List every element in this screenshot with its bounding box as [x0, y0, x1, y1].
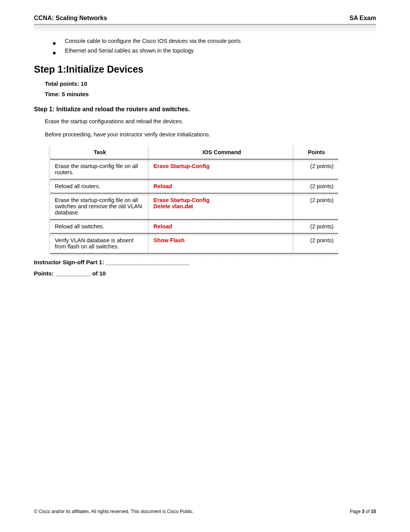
table-row: Verify VLAN database is absent from flas… — [50, 233, 338, 253]
td-command: Reload — [149, 179, 294, 193]
cell-edge-shadow — [48, 179, 50, 193]
th-points: Points — [294, 145, 338, 159]
task-text: Verify VLAN database is absent from flas… — [55, 237, 134, 250]
task-text: Reload all switches. — [55, 223, 104, 229]
command-text: Reload — [154, 223, 172, 229]
table-row: Erase the startup-config file on all swi… — [50, 193, 338, 219]
td-task: Erase the startup-config file on all swi… — [50, 193, 149, 219]
th-points-label: Points — [308, 149, 325, 155]
td-points: (2 points) — [294, 179, 338, 193]
td-task: Erase the startup-config file on all rou… — [50, 159, 149, 179]
td-points: (2 points) — [294, 193, 338, 219]
cell-edge-shadow — [48, 145, 50, 159]
command-text: Erase Startup-Config — [154, 163, 210, 169]
bullet-list: Console cable to configure the Cisco IOS… — [34, 36, 376, 55]
points-text: (2 points) — [310, 163, 334, 169]
command-text-2: Delete vlan.dat — [154, 203, 290, 209]
step-meta: Total points: 10 Time: 5 minutes — [34, 80, 376, 97]
footer-page-prefix: Page — [350, 509, 362, 514]
body-text-1: Erase the startup configurations and rel… — [45, 117, 376, 126]
table-header-row: Task IOS Command Points — [50, 145, 338, 159]
table-row: Reload all switches. Reload (2 points) — [50, 219, 338, 233]
points-text: (2 points) — [310, 183, 334, 189]
points-text: (2 points) — [310, 237, 334, 243]
command-text: Erase Startup-Config — [154, 197, 290, 203]
td-task: Reload all routers. — [50, 179, 149, 193]
ios-table-wrap: Task IOS Command Points Era — [50, 145, 376, 253]
td-command: Show Flash — [149, 233, 294, 253]
ios-command-table: Task IOS Command Points Era — [50, 145, 338, 253]
list-item: Console cable to configure the Cisco IOS… — [53, 36, 376, 46]
page-container: CCNA: Scaling Networks SA Exam Console c… — [0, 0, 410, 297]
header-right: SA Exam — [349, 15, 376, 22]
footer-page: Page 3 of 15 — [350, 509, 376, 514]
page-header: CCNA: Scaling Networks SA Exam — [34, 15, 376, 24]
divider-shadow — [34, 25, 376, 33]
task-text: Reload all routers. — [55, 183, 100, 189]
total-points-label: Total points: 10 — [45, 80, 376, 87]
td-command: Erase Startup-Config Delete vlan.dat — [149, 193, 294, 219]
points-of-total: Points: ___________ of 10 — [34, 270, 376, 277]
td-command: Reload — [149, 219, 294, 233]
step-1-heading: Step 1:Initialize Devices — [34, 64, 376, 75]
command-text: Reload — [154, 183, 172, 189]
command-text: Show Flash — [154, 237, 185, 243]
cell-edge-shadow — [48, 233, 50, 253]
footer-page-num: 3 — [362, 509, 364, 514]
header-left: CCNA: Scaling Networks — [34, 15, 107, 22]
cell-edge-shadow — [48, 159, 50, 179]
body-text-2: Before proceeding, have your instructor … — [45, 131, 376, 139]
table-row: Reload all routers. Reload (2 points) — [50, 179, 338, 193]
body-block: Erase the startup configurations and rel… — [34, 117, 376, 139]
footer-page-total: 15 — [371, 509, 376, 514]
task-text: Erase the startup-config file on all swi… — [55, 197, 142, 216]
td-points: (2 points) — [294, 219, 338, 233]
table-row: Erase the startup-config file on all rou… — [50, 159, 338, 179]
header-divider — [34, 24, 376, 34]
footer-page-mid: of — [364, 509, 371, 514]
points-text: (2 points) — [310, 197, 334, 203]
time-label: Time: 5 minutes — [45, 91, 376, 97]
td-task: Reload all switches. — [50, 219, 149, 233]
instructor-signoff: Instructor Sign-off Part 1: ____________… — [34, 259, 376, 265]
td-points: (2 points) — [294, 233, 338, 253]
cell-edge-shadow — [48, 219, 50, 233]
th-command-label: IOS Command — [202, 149, 241, 155]
td-task: Verify VLAN database is absent from flas… — [50, 233, 149, 253]
td-points: (2 points) — [294, 159, 338, 179]
footer-copyright: © Cisco and/or its affiliates. All right… — [34, 509, 194, 514]
th-task-label: Task — [94, 149, 106, 155]
page-footer: © Cisco and/or its affiliates. All right… — [34, 509, 376, 514]
substep-1-heading: Step 1: Initialize and reload the router… — [34, 106, 376, 113]
task-text: Erase the startup-config file on all rou… — [55, 163, 138, 175]
th-task: Task — [50, 145, 149, 159]
th-command: IOS Command — [149, 145, 294, 159]
cell-edge-shadow — [48, 193, 50, 219]
points-text: (2 points) — [310, 223, 334, 229]
list-item: Ethernet and Serial cables as shown in t… — [53, 46, 376, 56]
td-command: Erase Startup-Config — [149, 159, 294, 179]
